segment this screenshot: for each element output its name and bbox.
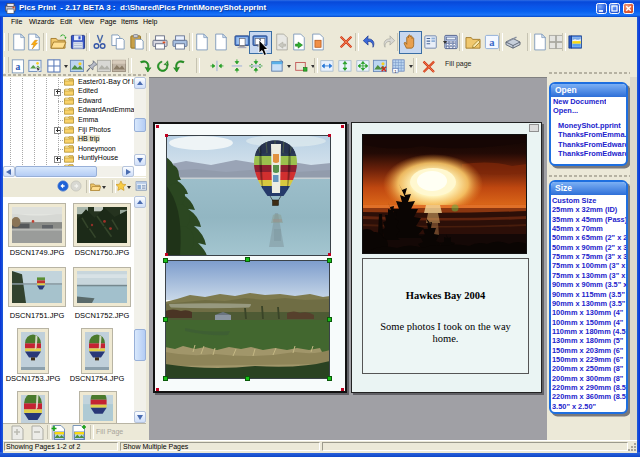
svg-text:a: a <box>489 37 495 48</box>
svg-text:a: a <box>16 61 21 72</box>
